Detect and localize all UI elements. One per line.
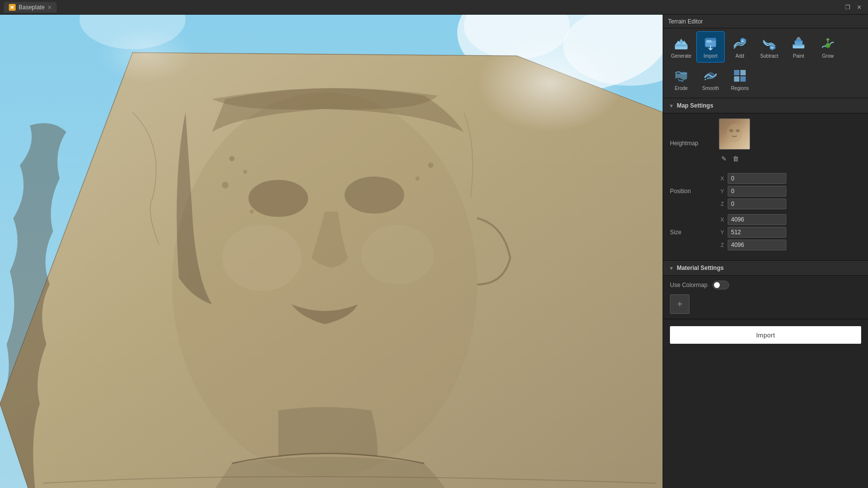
material-settings-body: Use Colormap + bbox=[663, 276, 868, 319]
tool-add[interactable]: + Add bbox=[726, 31, 754, 63]
position-y-row: Y bbox=[719, 186, 861, 197]
svg-point-43 bbox=[736, 129, 740, 132]
tool-grow[interactable]: Grow bbox=[814, 31, 842, 63]
y-axis-label-pos: Y bbox=[719, 188, 726, 194]
size-x-row: X bbox=[719, 214, 861, 225]
tab-close-button[interactable]: × bbox=[47, 4, 51, 11]
svg-text:−: − bbox=[771, 45, 774, 50]
map-settings-header[interactable]: ▼ Map Settings bbox=[663, 98, 868, 113]
position-row: Position X Y Z bbox=[670, 173, 861, 209]
size-label: Size bbox=[670, 229, 719, 236]
use-colormap-row: Use Colormap bbox=[670, 281, 861, 289]
tool-generate[interactable]: Generate bbox=[667, 31, 695, 63]
y-axis-label-size: Y bbox=[719, 229, 726, 235]
heightmap-thumbnail[interactable] bbox=[719, 118, 750, 150]
material-settings-header[interactable]: ▼ Material Settings bbox=[663, 261, 868, 276]
svg-rect-25 bbox=[707, 40, 712, 43]
cloud-1 bbox=[477, 34, 623, 132]
tool-regions[interactable]: Regions bbox=[726, 64, 754, 95]
heightmap-actions: ✎ 🗑 bbox=[719, 154, 750, 163]
generate-label: Generate bbox=[671, 53, 691, 59]
position-label: Position bbox=[670, 188, 719, 195]
tool-subtract[interactable]: − Subtract bbox=[755, 31, 783, 63]
tool-smooth[interactable]: Smooth bbox=[696, 64, 725, 95]
close-button[interactable]: ✕ bbox=[854, 2, 864, 12]
tab-label: Baseplate bbox=[19, 4, 45, 11]
tool-import[interactable]: Import bbox=[696, 31, 725, 63]
import-label: Import bbox=[704, 53, 717, 59]
position-y-input[interactable] bbox=[728, 186, 786, 197]
svg-point-17 bbox=[416, 177, 420, 180]
main-layout: Terrain Editor Generate bbox=[0, 15, 868, 488]
position-z-row: Z bbox=[719, 199, 861, 209]
svg-point-36 bbox=[707, 73, 714, 79]
regions-icon bbox=[732, 67, 748, 84]
size-inputs: X Y Z bbox=[719, 214, 861, 250]
tool-paint[interactable]: Paint bbox=[784, 31, 813, 63]
generate-icon bbox=[673, 35, 690, 52]
svg-rect-39 bbox=[734, 76, 739, 82]
map-settings-chevron: ▼ bbox=[669, 103, 674, 109]
svg-point-41 bbox=[727, 124, 742, 143]
erode-label: Erode bbox=[675, 86, 688, 91]
add-material-button[interactable]: + bbox=[670, 294, 690, 314]
tool-erode[interactable]: Erode bbox=[667, 64, 695, 95]
import-icon bbox=[702, 35, 719, 52]
add-label: Add bbox=[735, 53, 744, 59]
viewport[interactable] bbox=[0, 15, 663, 488]
svg-point-16 bbox=[428, 162, 433, 168]
material-settings-chevron: ▼ bbox=[669, 266, 674, 271]
z-axis-label-pos: Z bbox=[719, 201, 726, 207]
tab-icon: ▣ bbox=[9, 4, 16, 11]
x-axis-label-size: X bbox=[719, 217, 726, 222]
svg-rect-37 bbox=[734, 70, 739, 75]
svg-rect-34 bbox=[797, 37, 800, 39]
svg-rect-38 bbox=[740, 70, 746, 75]
toggle-knob bbox=[714, 282, 720, 288]
heightmap-delete-button[interactable]: 🗑 bbox=[731, 154, 740, 163]
x-axis-label-pos: X bbox=[719, 176, 726, 181]
subtract-icon: − bbox=[761, 35, 778, 52]
svg-point-11 bbox=[361, 225, 434, 285]
svg-rect-19 bbox=[675, 44, 688, 46]
heightmap-label: Heightmap bbox=[670, 140, 719, 147]
svg-point-13 bbox=[243, 170, 247, 174]
restore-button[interactable]: ❐ bbox=[843, 2, 852, 12]
title-bar-right: ❐ ✕ bbox=[843, 2, 864, 12]
position-z-input[interactable] bbox=[728, 199, 786, 209]
smooth-icon bbox=[702, 67, 719, 84]
size-z-input[interactable] bbox=[728, 240, 786, 250]
subtract-label: Subtract bbox=[760, 53, 778, 59]
svg-point-42 bbox=[729, 129, 733, 132]
svg-text:+: + bbox=[741, 39, 744, 44]
heightmap-edit-button[interactable]: ✎ bbox=[719, 154, 729, 163]
add-icon: + bbox=[732, 35, 748, 52]
title-bar-left: ▣ Baseplate × bbox=[4, 2, 57, 13]
grow-icon bbox=[820, 35, 836, 52]
paint-icon bbox=[790, 35, 807, 52]
use-colormap-toggle[interactable] bbox=[712, 281, 729, 289]
panel-body: ▼ Map Settings Heightmap bbox=[663, 98, 868, 488]
erode-icon bbox=[673, 67, 690, 84]
svg-point-9 bbox=[345, 177, 404, 214]
add-material-icon: + bbox=[677, 299, 683, 310]
import-button-container: Import bbox=[663, 319, 868, 351]
grow-label: Grow bbox=[822, 53, 834, 59]
position-x-input[interactable] bbox=[728, 173, 786, 184]
map-settings-body: Heightmap bbox=[663, 113, 868, 261]
svg-point-10 bbox=[222, 225, 302, 291]
size-y-input[interactable] bbox=[728, 227, 786, 238]
baseplate-tab[interactable]: ▣ Baseplate × bbox=[4, 2, 57, 13]
size-x-input[interactable] bbox=[728, 214, 786, 225]
size-y-row: Y bbox=[719, 227, 861, 238]
svg-point-15 bbox=[250, 210, 254, 214]
position-inputs: X Y Z bbox=[719, 173, 861, 209]
panel-header: Terrain Editor bbox=[663, 15, 868, 28]
import-button[interactable]: Import bbox=[670, 326, 861, 344]
svg-point-8 bbox=[248, 180, 308, 217]
heightmap-area: ✎ 🗑 bbox=[719, 118, 750, 163]
z-axis-label-size: Z bbox=[719, 242, 726, 248]
map-settings-title: Map Settings bbox=[677, 102, 713, 109]
title-bar: ▣ Baseplate × ❐ ✕ bbox=[0, 0, 868, 15]
smooth-label: Smooth bbox=[702, 86, 719, 91]
